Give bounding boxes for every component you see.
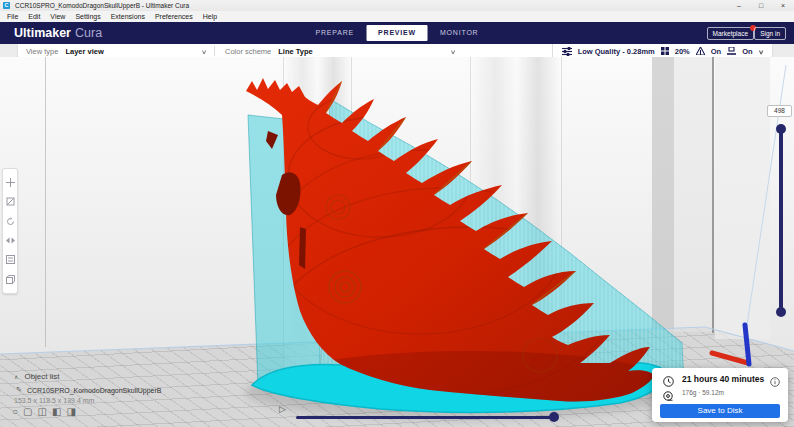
color-scheme-dropdown[interactable]: Color scheme Line Type ∨	[215, 44, 465, 58]
support-blocker-icon[interactable]	[5, 274, 15, 284]
menu-file[interactable]: File	[2, 11, 23, 22]
z-axis-blue	[745, 325, 749, 364]
play-button[interactable]: ▷	[279, 404, 286, 414]
view-type-value: Layer view	[65, 47, 103, 56]
tab-monitor[interactable]: MONITOR	[428, 25, 491, 41]
tool-panel	[2, 168, 18, 294]
print-summary-card: 21 hours 40 minutes 176g · 59.12m Save t…	[652, 368, 788, 422]
3d-view-icon[interactable]: ○	[12, 406, 18, 418]
edit-pencil-icon: ✎	[16, 386, 22, 394]
menu-settings[interactable]: Settings	[70, 11, 105, 22]
save-to-disk-button[interactable]: Save to Disk	[660, 404, 780, 418]
cura-window: C CCR10SPRO_KomodoDragonSkullUpperB - Ul…	[0, 0, 794, 427]
per-model-settings-icon[interactable]	[5, 255, 15, 265]
menu-help[interactable]: Help	[198, 11, 222, 22]
view-type-dropdown[interactable]: View type Layer view ∨	[18, 44, 214, 58]
rotate-tool-icon[interactable]	[5, 216, 15, 226]
move-tool-icon[interactable]	[5, 178, 15, 188]
color-scheme-label: Color scheme	[225, 47, 271, 56]
object-list-toggle[interactable]: ∧ Object list	[14, 372, 60, 381]
view-type-label: View type	[26, 47, 58, 56]
color-scheme-value: Line Type	[278, 47, 312, 56]
material-estimate: 176g · 59.12m	[682, 389, 724, 396]
infill-value: 20%	[675, 47, 690, 56]
object-list-label: Object list	[24, 372, 59, 381]
layer-number-label: 498	[767, 105, 792, 117]
mirror-tool-icon[interactable]	[5, 236, 15, 246]
window-titlebar: C CCR10SPRO_KomodoDragonSkullUpperB - Ul…	[0, 0, 794, 11]
menu-extensions[interactable]: Extensions	[106, 11, 150, 22]
stage-menu-bar: View type Layer view ∨ Color scheme Line…	[18, 44, 772, 58]
print-settings-summary[interactable]: Low Quality - 0.28mm 20% On On ∨	[552, 44, 772, 58]
caret-up-icon: ∧	[14, 373, 18, 380]
print-time-estimate: 21 hours 40 minutes	[682, 374, 764, 384]
info-icon[interactable]	[770, 373, 780, 391]
minimize-button[interactable]: –	[728, 0, 750, 11]
app-header: UltimakerCura PREPARE PREVIEW MONITOR Ma…	[0, 22, 794, 44]
top-view-icon[interactable]: ◫	[38, 406, 47, 418]
maximize-button[interactable]: □	[750, 0, 772, 11]
layer-slider-bottom-handle[interactable]	[776, 307, 786, 317]
window-title: CCR10SPRO_KomodoDragonSkullUpperB - Ulti…	[15, 2, 189, 9]
x-axis-red	[712, 353, 748, 363]
tab-preview[interactable]: PREVIEW	[366, 25, 428, 41]
brand-logo: UltimakerCura	[14, 22, 102, 44]
adhesion-icon	[727, 47, 736, 55]
marketplace-button[interactable]: Marketplace	[707, 27, 754, 40]
support-value: On	[711, 47, 721, 56]
menu-edit[interactable]: Edit	[23, 11, 45, 22]
adhesion-value: On	[742, 47, 752, 56]
right-view-icon[interactable]: ◨	[66, 406, 75, 418]
close-button[interactable]: ×	[772, 0, 794, 11]
cura-app-icon: C	[3, 2, 10, 9]
material-spool-icon	[663, 387, 673, 405]
left-view-icon[interactable]: ◧	[52, 406, 61, 418]
object-dimensions: 153.5 x 118.5 x 139.4 mm	[14, 397, 94, 404]
stage-tabs: PREPARE PREVIEW MONITOR	[304, 22, 491, 44]
support-icon	[696, 47, 705, 55]
tab-prepare[interactable]: PREPARE	[304, 25, 367, 41]
object-name: CCR10SPRO_KomodoDragonSkullUpperB	[27, 387, 162, 394]
object-list-item[interactable]: ✎ CCR10SPRO_KomodoDragonSkullUpperB	[16, 386, 162, 394]
infill-icon	[661, 47, 669, 55]
simulation-slider-track[interactable]	[296, 416, 556, 419]
layer-slider-top-handle[interactable]	[776, 124, 786, 134]
profile-value: Low Quality - 0.28mm	[578, 47, 655, 56]
chevron-down-icon: ∨	[450, 48, 456, 55]
sliders-icon	[562, 46, 572, 56]
layer-slider-track[interactable]	[779, 128, 783, 312]
camera-view-buttons: ○ ▢ ◫ ◧ ◨	[12, 406, 76, 418]
sign-in-button[interactable]: Sign in	[754, 27, 786, 40]
scale-tool-icon[interactable]	[5, 197, 15, 207]
menu-bar: File Edit View Settings Extensions Prefe…	[0, 11, 794, 22]
menu-view[interactable]: View	[45, 11, 70, 22]
menu-preferences[interactable]: Preferences	[150, 11, 198, 22]
chevron-down-icon: ∨	[201, 48, 207, 55]
simulation-slider-handle[interactable]	[549, 412, 559, 422]
chevron-down-icon: ∨	[758, 48, 764, 55]
front-view-icon[interactable]: ▢	[23, 406, 32, 418]
